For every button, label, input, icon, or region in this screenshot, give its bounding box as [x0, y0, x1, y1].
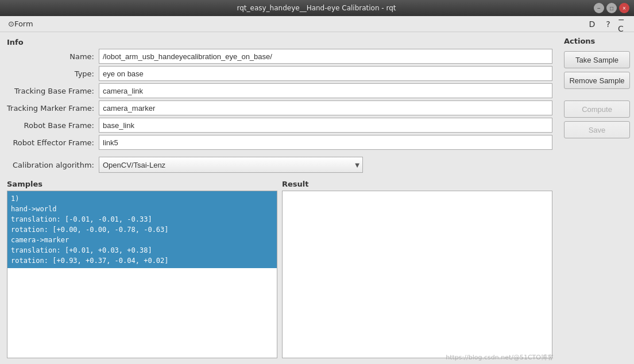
d-button[interactable]: D [586, 18, 598, 30]
robot-base-label: Robot Base Frame: [7, 121, 99, 130]
menubar-right: D ? − C [586, 18, 631, 30]
main-container: Info Name: Type: Tracking Base Frame: Tr… [0, 32, 634, 364]
menubar-left: ⊙Form [3, 18, 38, 30]
tracking-marker-label: Tracking Marker Frame: [7, 104, 99, 113]
result-list [282, 191, 552, 358]
close-menu-button[interactable]: − C [618, 18, 631, 30]
remove-sample-button[interactable]: Remove Sample [564, 72, 630, 89]
calibration-algorithm-label: Calibration algorithm: [7, 161, 99, 169]
window-title: rqt_easy_handeye__Hand-eye Calibration -… [39, 4, 594, 12]
name-input[interactable] [99, 49, 552, 64]
titlebar: rqt_easy_handeye__Hand-eye Calibration -… [0, 0, 634, 16]
robot-base-input[interactable] [99, 118, 552, 133]
samples-list[interactable]: 1)hand->worldtranslation: [-0.01, -0.01,… [7, 191, 277, 358]
minimize-button[interactable]: − [594, 3, 604, 13]
samples-title: Samples [7, 180, 277, 188]
close-button[interactable]: × [619, 3, 629, 13]
tracking-base-input[interactable] [99, 83, 552, 98]
save-button[interactable]: Save [564, 121, 630, 138]
info-title: Info [7, 38, 552, 47]
info-section: Info Name: Type: Tracking Base Frame: Tr… [7, 38, 552, 152]
right-panel: Actions Take Sample Remove Sample Comput… [559, 32, 634, 364]
result-title: Result [282, 180, 552, 188]
robot-base-row: Robot Base Frame: [7, 118, 552, 133]
compute-button[interactable]: Compute [564, 100, 630, 118]
robot-effector-input[interactable] [99, 135, 552, 150]
left-panel: Info Name: Type: Tracking Base Frame: Tr… [0, 32, 559, 364]
maximize-button[interactable]: □ [606, 3, 617, 13]
tracking-marker-input[interactable] [99, 100, 552, 115]
tracking-marker-row: Tracking Marker Frame: [7, 100, 552, 115]
type-row: Type: [7, 66, 552, 81]
result-panel: Result [282, 180, 552, 358]
calibration-select-wrapper: OpenCV/Tsai-LenzOpenCV/ParkOpenCV/Horaud… [99, 157, 363, 173]
type-input[interactable] [99, 66, 552, 81]
calibration-algorithm-row: Calibration algorithm: OpenCV/Tsai-LenzO… [7, 157, 552, 173]
robot-effector-label: Robot Effector Frame: [7, 138, 99, 147]
form-menu[interactable]: ⊙Form [3, 18, 38, 30]
take-sample-button[interactable]: Take Sample [564, 51, 630, 68]
type-label: Type: [7, 69, 99, 78]
calibration-select[interactable]: OpenCV/Tsai-LenzOpenCV/ParkOpenCV/Horaud… [99, 157, 363, 173]
menubar: ⊙Form D ? − C [0, 16, 634, 32]
sample-item[interactable]: 1)hand->worldtranslation: [-0.01, -0.01,… [7, 191, 277, 268]
bottom-panels: Samples 1)hand->worldtranslation: [-0.01… [7, 180, 552, 358]
help-button[interactable]: ? [602, 18, 614, 30]
tracking-base-row: Tracking Base Frame: [7, 83, 552, 98]
robot-effector-row: Robot Effector Frame: [7, 135, 552, 150]
actions-title: Actions [564, 37, 629, 45]
watermark: https://blog.csdn.net/@51CTO博客 [446, 353, 554, 362]
name-label: Name: [7, 52, 99, 61]
samples-panel: Samples 1)hand->worldtranslation: [-0.01… [7, 180, 277, 358]
name-row: Name: [7, 49, 552, 64]
window-controls: − □ × [594, 3, 629, 13]
tracking-base-label: Tracking Base Frame: [7, 87, 99, 95]
